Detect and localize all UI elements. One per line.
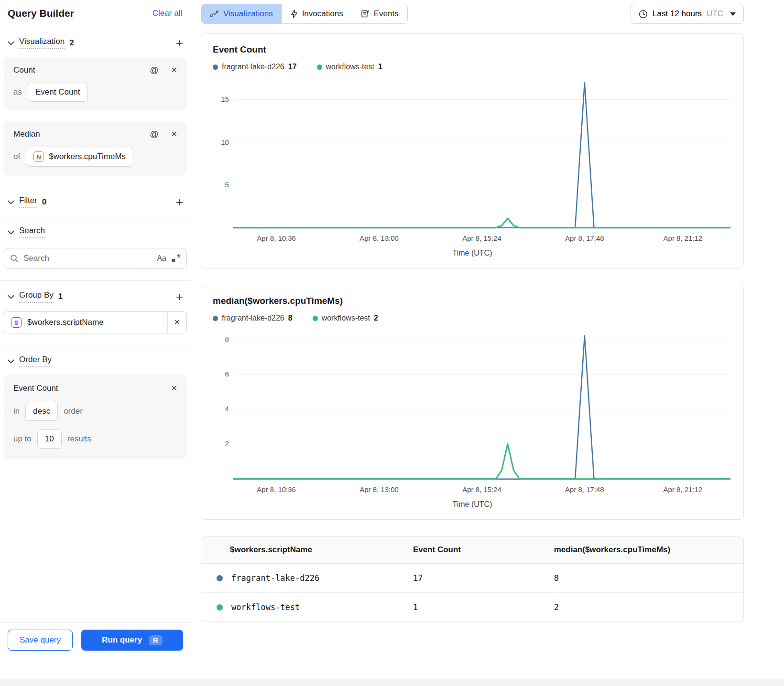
sidebar-body: Visualization 2 + Count @ ✕ as Event Cou… bbox=[0, 27, 191, 622]
chart-title: median($workers.cpuTimeMs) bbox=[213, 296, 732, 306]
script-name: fragrant-lake-d226 bbox=[231, 573, 319, 583]
field-selector[interactable]: N $workers.cpuTimeMs bbox=[26, 147, 133, 167]
search-input[interactable] bbox=[23, 254, 152, 263]
run-query-button[interactable]: Run query R bbox=[81, 630, 183, 651]
svg-text:Apr 8, 21:12: Apr 8, 21:12 bbox=[664, 485, 703, 493]
tab-visualizations[interactable]: Visualizations bbox=[201, 4, 282, 23]
chart-plot-area: 2468Apr 8, 10:36Apr 8, 13:00Apr 8, 15:24… bbox=[213, 327, 732, 495]
legend-dot-icon bbox=[317, 64, 322, 70]
remove-group-by-button[interactable]: ✕ bbox=[167, 312, 186, 333]
group-by-section-label: Group By bbox=[19, 290, 54, 303]
median-cputime-chart: 2468Apr 8, 10:36Apr 8, 13:00Apr 8, 15:24… bbox=[213, 327, 732, 497]
chevron-down-icon[interactable] bbox=[8, 295, 14, 299]
chart-plot-area: 51015Apr 8, 10:36Apr 8, 13:00Apr 8, 15:2… bbox=[213, 76, 732, 244]
svg-text:4: 4 bbox=[225, 405, 229, 413]
aggregation-label: Count bbox=[13, 65, 35, 75]
remove-visualization-icon[interactable]: ✕ bbox=[171, 66, 177, 74]
line-chart-icon bbox=[210, 10, 219, 18]
tab-label: Events bbox=[374, 9, 399, 19]
visualization-section-label: Visualization bbox=[19, 37, 65, 49]
clear-all-link[interactable]: Clear all bbox=[152, 9, 182, 18]
legend-series-name: workflows-test bbox=[322, 314, 370, 322]
save-query-button[interactable]: Save query bbox=[8, 630, 73, 651]
regex-icon[interactable]: * bbox=[171, 254, 181, 263]
limit-input[interactable]: 10 bbox=[37, 429, 62, 449]
svg-text:10: 10 bbox=[221, 138, 229, 146]
legend-dot-icon bbox=[213, 64, 218, 70]
legend-item[interactable]: workflows-test2 bbox=[313, 314, 378, 322]
event-count-chart: 51015Apr 8, 10:36Apr 8, 13:00Apr 8, 15:2… bbox=[213, 76, 732, 246]
visualization-section-header: Visualization 2 + bbox=[0, 27, 191, 57]
alias-field[interactable]: Event Count bbox=[28, 83, 88, 102]
remove-visualization-icon[interactable]: ✕ bbox=[171, 130, 177, 138]
svg-text:Apr 8, 10:36: Apr 8, 10:36 bbox=[257, 485, 296, 493]
app: Query Builder Clear all Visualization 2 … bbox=[0, 0, 784, 679]
query-builder-sidebar: Query Builder Clear all Visualization 2 … bbox=[0, 0, 191, 679]
group-by-section-header: Group By 1 + bbox=[0, 280, 191, 311]
add-group-by-button[interactable]: + bbox=[176, 292, 183, 301]
aggregation-label: Median bbox=[13, 129, 40, 139]
series-dot-icon bbox=[217, 575, 223, 581]
svg-text:Apr 8, 13:00: Apr 8, 13:00 bbox=[359, 485, 399, 493]
match-case-icon[interactable]: Aa bbox=[157, 254, 166, 263]
filter-count: 0 bbox=[42, 197, 46, 207]
topbar: Visualizations Invocations Events Last 1… bbox=[201, 4, 744, 24]
legend-item[interactable]: fragrant-lake-d22617 bbox=[213, 63, 297, 71]
median-cputime-chart-card: median($workers.cpuTimeMs) fragrant-lake… bbox=[201, 285, 744, 520]
time-range-dropdown[interactable]: Last 12 hours UTC bbox=[631, 4, 744, 24]
group-by-field-selector[interactable]: S $workers.scriptName bbox=[4, 317, 167, 328]
view-tabs: Visualizations Invocations Events bbox=[201, 4, 408, 24]
x-axis-title: Time (UTC) bbox=[213, 249, 732, 260]
chevron-down-icon[interactable] bbox=[8, 200, 14, 204]
tab-invocations[interactable]: Invocations bbox=[282, 4, 352, 23]
legend-series-value: 2 bbox=[374, 314, 378, 322]
svg-text:Apr 8, 17:48: Apr 8, 17:48 bbox=[565, 234, 604, 242]
svg-text:Apr 8, 10:36: Apr 8, 10:36 bbox=[257, 234, 296, 242]
at-mention-icon[interactable]: @ bbox=[150, 130, 158, 139]
legend-dot-icon bbox=[313, 316, 318, 321]
legend-series-value: 17 bbox=[288, 63, 297, 71]
chevron-down-icon[interactable] bbox=[8, 359, 14, 364]
legend-item[interactable]: workflows-test1 bbox=[317, 63, 382, 71]
add-filter-button[interactable]: + bbox=[176, 197, 183, 207]
tab-events[interactable]: Events bbox=[352, 4, 407, 23]
column-header: Event Count bbox=[407, 536, 548, 563]
timezone-label: UTC bbox=[707, 9, 723, 19]
order-label: order bbox=[64, 407, 83, 416]
sort-direction-select[interactable]: desc bbox=[25, 402, 58, 421]
svg-text:8: 8 bbox=[225, 335, 229, 343]
legend-dot-icon bbox=[213, 316, 218, 321]
legend-item[interactable]: fragrant-lake-d2268 bbox=[213, 314, 293, 322]
filter-section-label: Filter bbox=[19, 196, 37, 208]
up-to-label: up to bbox=[13, 434, 32, 444]
at-mention-icon[interactable]: @ bbox=[150, 66, 158, 75]
search-section-label: Search bbox=[19, 226, 45, 238]
chart-title: Event Count bbox=[213, 44, 732, 55]
event-count-chart-card: Event Count fragrant-lake-d22617workflow… bbox=[201, 33, 744, 268]
clock-icon bbox=[639, 10, 648, 19]
chevron-down-icon[interactable] bbox=[8, 230, 14, 235]
svg-text:2: 2 bbox=[225, 439, 229, 448]
run-query-label: Run query bbox=[102, 635, 142, 645]
order-by-field: Event Count bbox=[13, 384, 58, 393]
tab-label: Visualizations bbox=[223, 9, 273, 19]
add-visualization-button[interactable]: + bbox=[176, 38, 183, 48]
of-label: of bbox=[13, 152, 20, 161]
legend-series-name: fragrant-lake-d226 bbox=[222, 63, 284, 71]
visualization-count: 2 bbox=[69, 38, 74, 48]
chevron-down-icon[interactable] bbox=[8, 41, 14, 45]
svg-text:15: 15 bbox=[221, 95, 229, 103]
search-box: Aa * bbox=[4, 248, 187, 269]
group-by-item: S $workers.scriptName ✕ bbox=[4, 311, 187, 333]
visualization-card-count: Count @ ✕ as Event Count bbox=[4, 57, 187, 110]
results-label: results bbox=[67, 434, 91, 444]
close-icon[interactable]: ✕ bbox=[174, 319, 180, 326]
keyboard-shortcut-badge: R bbox=[149, 635, 163, 645]
remove-order-by-icon[interactable]: ✕ bbox=[171, 385, 177, 392]
order-by-card: Event Count ✕ in desc order up to 10 res… bbox=[4, 375, 187, 459]
x-axis-title: Time (UTC) bbox=[213, 500, 732, 512]
page-title: Query Builder bbox=[8, 8, 74, 19]
legend-series-name: workflows-test bbox=[326, 63, 374, 71]
svg-text:Apr 8, 21:12: Apr 8, 21:12 bbox=[664, 234, 703, 242]
median-cell: 8 bbox=[548, 564, 743, 592]
